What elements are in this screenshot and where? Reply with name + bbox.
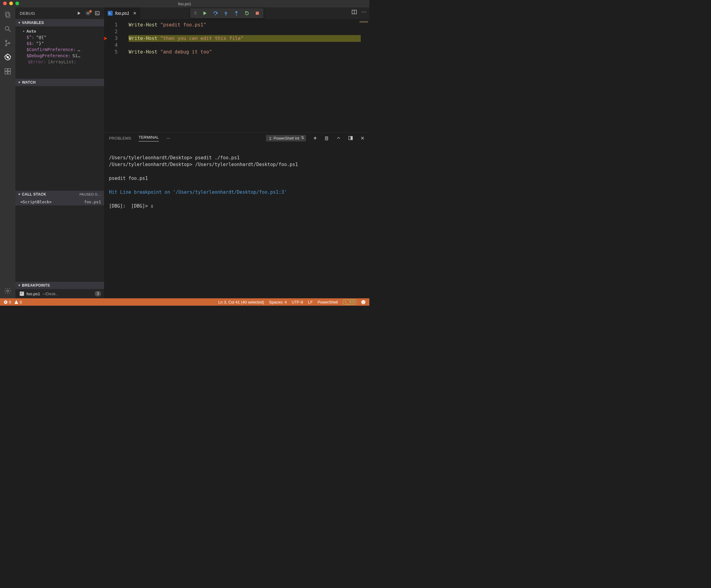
search-icon[interactable]	[3, 25, 12, 33]
step-into-button[interactable]	[223, 11, 229, 16]
tab-problems[interactable]: PROBLEMS	[109, 136, 131, 140]
powershell-file-icon: >_	[108, 11, 113, 16]
debug-icon[interactable]	[3, 53, 12, 62]
window-title: foo.ps1	[178, 2, 191, 6]
panel-maximize-button[interactable]	[348, 136, 353, 140]
code-editor[interactable]: 1 2 3 4 5 Write-Host "psedit foo.ps1" Wr…	[104, 19, 369, 132]
svg-marker-20	[203, 12, 207, 15]
debug-sidebar: DEBUG ▾ VARIABLES ▾ A	[15, 7, 104, 298]
svg-line-3	[8, 30, 10, 32]
variable-row[interactable]: $ConfirmPreference: …	[26, 46, 104, 52]
more-actions-button[interactable]: ⋯	[361, 9, 367, 15]
status-language[interactable]: PowerShell	[318, 300, 338, 304]
minimize-window-button[interactable]	[9, 2, 13, 5]
titlebar: foo.ps1	[0, 0, 369, 7]
callstack-status: PAUSED O…	[48, 193, 101, 196]
watch-section-header[interactable]: ▾ WATCH	[15, 79, 104, 86]
callstack-frame[interactable]: <ScriptBlock> foo.ps1	[15, 198, 104, 205]
panel-tabs: PROBLEMS TERMINAL ⋯ 1: PowerShell Int +	[104, 133, 369, 144]
panel-up-button[interactable]	[337, 136, 341, 140]
variables-section-label: VARIABLES	[22, 21, 44, 25]
panel-more-button[interactable]: ⋯	[166, 136, 171, 140]
activity-bar	[0, 7, 15, 298]
continue-button[interactable]	[202, 11, 208, 16]
variable-row[interactable]: $^: "@{"	[26, 34, 104, 40]
debug-config-button[interactable]	[86, 11, 90, 16]
status-powershell-terminal[interactable]: >_ 6.0	[343, 299, 356, 304]
vscode-window: foo.ps1	[0, 0, 369, 306]
chevron-down-icon: ▾	[19, 284, 20, 287]
svg-rect-34	[351, 137, 353, 140]
chevron-down-icon: ▾	[19, 21, 20, 24]
breakpoint-row[interactable]: foo.ps1 ~/Desk.. 3	[15, 289, 104, 298]
editor-tab-foo[interactable]: >_ foo.ps1 ✕	[104, 7, 141, 19]
svg-point-6	[8, 42, 10, 44]
svg-rect-1	[6, 13, 10, 18]
watch-body	[15, 86, 104, 191]
zoom-window-button[interactable]	[15, 2, 19, 5]
breakpoint-path: ~/Desk..	[42, 292, 58, 296]
variable-row[interactable]: ▸$Error: [ArrayList:	[26, 59, 104, 65]
feedback-button[interactable]	[361, 300, 366, 304]
breakpoint-checkbox[interactable]	[20, 292, 24, 296]
svg-point-8	[7, 56, 9, 59]
status-encoding[interactable]: UTF-8	[292, 300, 303, 304]
variables-tree: ▾ Auto $^: "@{" $$: "}" $ConfirmPreferen…	[15, 26, 104, 79]
new-terminal-button[interactable]: +	[313, 135, 317, 141]
debug-toolbar-drag-handle[interactable]: ⠿	[194, 11, 197, 16]
chevron-down-icon: ▾	[19, 193, 20, 196]
chevron-down-icon: ▾	[19, 81, 20, 84]
terminal-output[interactable]: /Users/tylerleonhardt/Desktop> psedit ./…	[104, 144, 369, 298]
status-warnings[interactable]: 0	[14, 300, 22, 304]
status-spaces[interactable]: Spaces: 4	[269, 300, 287, 304]
svg-point-2	[5, 26, 9, 30]
editor-actions: ⋯	[351, 9, 367, 15]
terminal-selector[interactable]: 1: PowerShell Int	[266, 135, 306, 141]
debug-console-button[interactable]	[95, 11, 100, 16]
variable-row[interactable]: $$: "}"	[26, 40, 104, 46]
svg-rect-13	[8, 69, 10, 71]
step-out-button[interactable]	[234, 11, 239, 16]
svg-rect-14	[5, 72, 7, 74]
breakpoint-file: foo.ps1	[26, 292, 40, 296]
variables-section-header[interactable]: ▾ VARIABLES	[15, 19, 104, 26]
panel-close-button[interactable]: ✕	[361, 135, 364, 141]
debug-sidebar-title: DEBUG	[20, 11, 73, 16]
start-debug-button[interactable]	[77, 11, 81, 15]
svg-point-39	[361, 300, 365, 304]
restart-button[interactable]	[244, 11, 249, 16]
variables-auto-group[interactable]: ▾ Auto	[22, 28, 104, 34]
status-errors[interactable]: 0	[4, 300, 11, 304]
scm-icon[interactable]	[3, 39, 12, 47]
breakpoints-section-header[interactable]: ▾ BREAKPOINTS	[15, 282, 104, 289]
window-controls	[3, 2, 19, 5]
svg-rect-0	[5, 12, 9, 16]
split-editor-button[interactable]	[351, 9, 357, 15]
svg-rect-19	[95, 12, 100, 15]
status-cursor[interactable]: Ln 3, Col 41 (40 selected)	[218, 300, 264, 304]
svg-point-25	[236, 15, 237, 15]
tab-close-button[interactable]: ✕	[133, 11, 137, 16]
settings-icon[interactable]	[3, 287, 12, 295]
kill-terminal-button[interactable]	[324, 136, 329, 140]
svg-point-16	[7, 290, 8, 292]
variable-row[interactable]: $DebugPreference: Si…	[26, 52, 104, 59]
explorer-icon[interactable]	[3, 10, 12, 19]
svg-point-40	[362, 301, 363, 302]
editor-tabs: >_ foo.ps1 ✕ ⠿	[104, 7, 369, 19]
stop-button[interactable]	[255, 11, 260, 16]
step-over-button[interactable]	[213, 11, 218, 16]
close-window-button[interactable]	[3, 2, 7, 5]
svg-point-41	[364, 301, 364, 302]
callstack-section-header[interactable]: ▾ CALL STACK PAUSED O…	[15, 191, 104, 198]
tab-terminal[interactable]: TERMINAL	[138, 135, 159, 141]
minimap[interactable]	[360, 21, 368, 24]
extensions-icon[interactable]	[3, 67, 12, 76]
svg-point-18	[87, 13, 89, 14]
svg-rect-29	[325, 137, 328, 140]
svg-line-10	[4, 56, 5, 56]
breakpoints-section-label: BREAKPOINTS	[22, 283, 50, 288]
svg-rect-12	[5, 69, 7, 71]
status-eol[interactable]: LF	[308, 300, 313, 304]
tab-filename: foo.ps1	[115, 11, 129, 16]
